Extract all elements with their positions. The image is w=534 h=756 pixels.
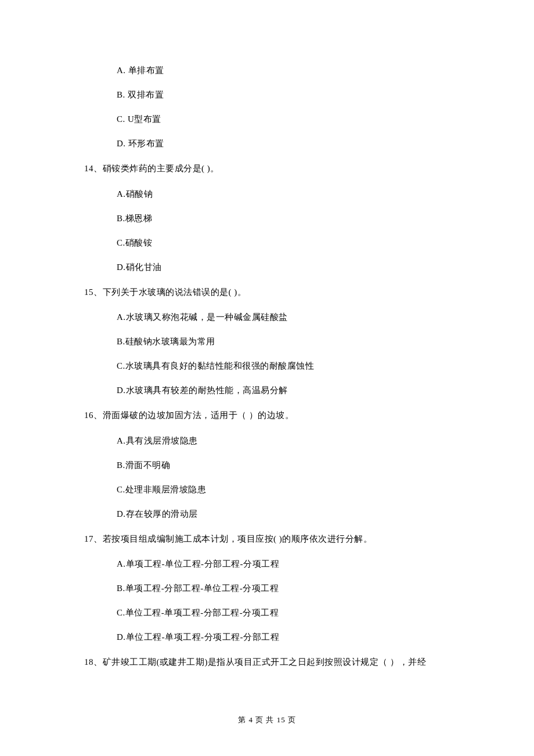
q17-option-c: C.单位工程-单项工程-分部工程-分项工程 xyxy=(84,607,470,619)
option-a: A. 单排布置 xyxy=(84,65,470,77)
q15-option-d: D.水玻璃具有较差的耐热性能，高温易分解 xyxy=(84,385,470,397)
question-18-stem: 18、矿井竣工工期(或建井工期)是指从项目正式开工之日起到按照设计规定（ ），并… xyxy=(84,656,470,668)
q17-option-d: D.单位工程-单项工程-分项工程-分部工程 xyxy=(84,632,470,643)
q16-option-b: B.滑面不明确 xyxy=(84,460,470,471)
q16-option-d: D.存在较厚的滑动层 xyxy=(84,509,470,520)
q16-option-c: C.处理非顺层滑坡隐患 xyxy=(84,484,470,496)
q14-option-c: C.硝酸铵 xyxy=(84,237,470,249)
q14-option-d: D.硝化甘油 xyxy=(84,262,470,273)
option-c: C. U型布置 xyxy=(84,114,470,125)
question-15-stem: 15、下列关于水玻璃的说法错误的是( )。 xyxy=(84,286,470,298)
q14-option-a: A.硝酸钠 xyxy=(84,189,470,200)
q16-option-a: A.具有浅层滑坡隐患 xyxy=(84,435,470,447)
q17-option-b: B.单项工程-分部工程-单位工程-分项工程 xyxy=(84,583,470,595)
q15-option-a: A.水玻璃又称泡花碱，是一种碱金属硅酸盐 xyxy=(84,312,470,323)
q17-option-a: A.单项工程-单位工程-分部工程-分项工程 xyxy=(84,559,470,570)
page-content: A. 单排布置 B. 双排布置 C. U型布置 D. 环形布置 14、硝铵类炸药… xyxy=(0,0,534,668)
q15-option-c: C.水玻璃具有良好的黏结性能和很强的耐酸腐蚀性 xyxy=(84,361,470,372)
page-footer: 第 4 页 共 15 页 xyxy=(0,715,534,725)
q14-option-b: B.梯恩梯 xyxy=(84,213,470,225)
question-17-stem: 17、若按项目组成编制施工成本计划，项目应按( )的顺序依次进行分解。 xyxy=(84,533,470,545)
option-b: B. 双排布置 xyxy=(84,89,470,101)
q15-option-b: B.硅酸钠水玻璃最为常用 xyxy=(84,336,470,348)
option-d: D. 环形布置 xyxy=(84,138,470,150)
question-14-stem: 14、硝铵类炸药的主要成分是( )。 xyxy=(84,163,470,175)
question-16-stem: 16、滑面爆破的边坡加固方法，适用于（ ）的边坡。 xyxy=(84,409,470,422)
